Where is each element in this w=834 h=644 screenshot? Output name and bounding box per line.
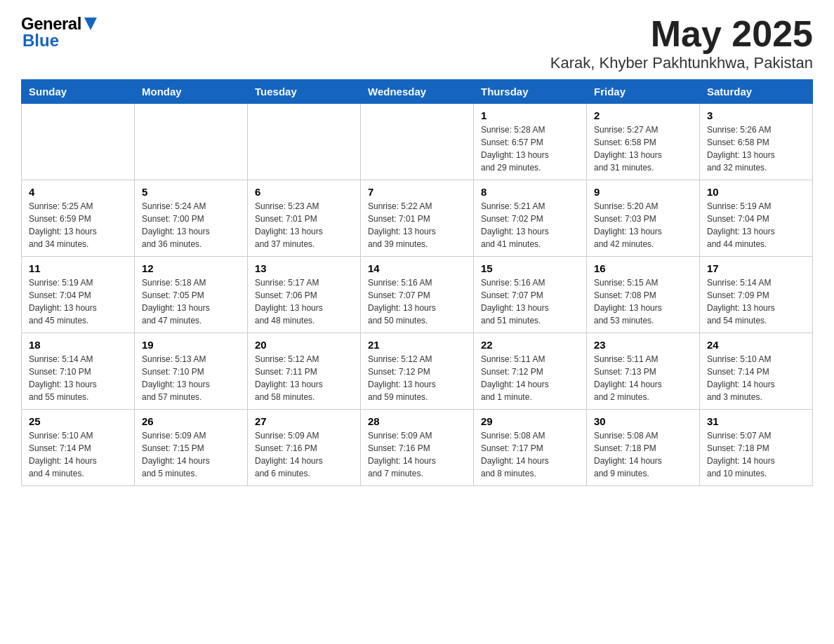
calendar-cell — [22, 104, 135, 180]
day-number: 13 — [255, 262, 353, 274]
logo-triangle-icon — [84, 18, 97, 30]
calendar-week-row: 25Sunrise: 5:10 AM Sunset: 7:14 PM Dayli… — [22, 410, 813, 486]
column-header-tuesday: Tuesday — [248, 80, 361, 104]
calendar-cell: 8Sunrise: 5:21 AM Sunset: 7:02 PM Daylig… — [474, 180, 587, 257]
calendar-cell: 23Sunrise: 5:11 AM Sunset: 7:13 PM Dayli… — [587, 333, 700, 410]
day-number: 28 — [368, 415, 466, 427]
day-number: 8 — [481, 186, 579, 198]
day-info: Sunrise: 5:24 AM Sunset: 7:00 PM Dayligh… — [142, 200, 240, 250]
day-number: 17 — [707, 262, 805, 274]
calendar-week-row: 11Sunrise: 5:19 AM Sunset: 7:04 PM Dayli… — [22, 257, 813, 333]
calendar-cell: 27Sunrise: 5:09 AM Sunset: 7:16 PM Dayli… — [248, 410, 361, 486]
day-info: Sunrise: 5:10 AM Sunset: 7:14 PM Dayligh… — [29, 429, 127, 480]
day-info: Sunrise: 5:13 AM Sunset: 7:10 PM Dayligh… — [142, 353, 240, 403]
calendar-cell: 12Sunrise: 5:18 AM Sunset: 7:05 PM Dayli… — [135, 257, 248, 333]
calendar-cell: 10Sunrise: 5:19 AM Sunset: 7:04 PM Dayli… — [700, 180, 813, 257]
calendar-week-row: 18Sunrise: 5:14 AM Sunset: 7:10 PM Dayli… — [22, 333, 813, 410]
day-info: Sunrise: 5:18 AM Sunset: 7:05 PM Dayligh… — [142, 276, 240, 327]
calendar-cell: 25Sunrise: 5:10 AM Sunset: 7:14 PM Dayli… — [22, 410, 135, 486]
calendar-cell: 14Sunrise: 5:16 AM Sunset: 7:07 PM Dayli… — [361, 257, 474, 333]
calendar-cell: 17Sunrise: 5:14 AM Sunset: 7:09 PM Dayli… — [700, 257, 813, 333]
calendar-week-row: 4Sunrise: 5:25 AM Sunset: 6:59 PM Daylig… — [22, 180, 813, 257]
day-number: 10 — [707, 186, 805, 198]
day-number: 31 — [707, 415, 805, 427]
calendar-subtitle: Karak, Khyber Pakhtunkhwa, Pakistan — [550, 54, 813, 72]
column-header-friday: Friday — [587, 80, 700, 104]
calendar-cell: 30Sunrise: 5:08 AM Sunset: 7:18 PM Dayli… — [587, 410, 700, 486]
calendar-cell: 21Sunrise: 5:12 AM Sunset: 7:12 PM Dayli… — [361, 333, 474, 410]
day-info: Sunrise: 5:23 AM Sunset: 7:01 PM Dayligh… — [255, 200, 353, 250]
day-info: Sunrise: 5:19 AM Sunset: 7:04 PM Dayligh… — [707, 200, 805, 250]
day-info: Sunrise: 5:10 AM Sunset: 7:14 PM Dayligh… — [707, 353, 805, 403]
day-info: Sunrise: 5:27 AM Sunset: 6:58 PM Dayligh… — [594, 123, 692, 174]
calendar-cell: 11Sunrise: 5:19 AM Sunset: 7:04 PM Dayli… — [22, 257, 135, 333]
day-info: Sunrise: 5:26 AM Sunset: 6:58 PM Dayligh… — [707, 123, 805, 174]
column-header-wednesday: Wednesday — [361, 80, 474, 104]
logo-blue-text: Blue — [22, 31, 59, 51]
calendar-cell — [135, 104, 248, 180]
calendar-cell: 9Sunrise: 5:20 AM Sunset: 7:03 PM Daylig… — [587, 180, 700, 257]
calendar-cell: 4Sunrise: 5:25 AM Sunset: 6:59 PM Daylig… — [22, 180, 135, 257]
day-info: Sunrise: 5:21 AM Sunset: 7:02 PM Dayligh… — [481, 200, 579, 250]
day-number: 5 — [142, 186, 240, 198]
day-info: Sunrise: 5:08 AM Sunset: 7:17 PM Dayligh… — [481, 429, 579, 480]
day-info: Sunrise: 5:12 AM Sunset: 7:11 PM Dayligh… — [255, 353, 353, 403]
calendar-header-row: SundayMondayTuesdayWednesdayThursdayFrid… — [22, 80, 813, 104]
day-info: Sunrise: 5:16 AM Sunset: 7:07 PM Dayligh… — [368, 276, 466, 327]
calendar-cell: 6Sunrise: 5:23 AM Sunset: 7:01 PM Daylig… — [248, 180, 361, 257]
calendar-cell: 26Sunrise: 5:09 AM Sunset: 7:15 PM Dayli… — [135, 410, 248, 486]
day-number: 1 — [481, 109, 579, 121]
day-number: 11 — [29, 262, 127, 274]
calendar-cell: 16Sunrise: 5:15 AM Sunset: 7:08 PM Dayli… — [587, 257, 700, 333]
calendar-cell: 31Sunrise: 5:07 AM Sunset: 7:18 PM Dayli… — [700, 410, 813, 486]
day-number: 23 — [594, 339, 692, 351]
calendar-cell — [361, 104, 474, 180]
day-number: 26 — [142, 415, 240, 427]
column-header-saturday: Saturday — [700, 80, 813, 104]
day-info: Sunrise: 5:28 AM Sunset: 6:57 PM Dayligh… — [481, 123, 579, 174]
logo: General Blue — [21, 14, 97, 51]
day-number: 7 — [368, 186, 466, 198]
calendar-cell: 2Sunrise: 5:27 AM Sunset: 6:58 PM Daylig… — [587, 104, 700, 180]
day-info: Sunrise: 5:20 AM Sunset: 7:03 PM Dayligh… — [594, 200, 692, 250]
day-number: 2 — [594, 109, 692, 121]
day-number: 16 — [594, 262, 692, 274]
day-number: 19 — [142, 339, 240, 351]
day-info: Sunrise: 5:09 AM Sunset: 7:16 PM Dayligh… — [255, 429, 353, 480]
calendar-cell: 3Sunrise: 5:26 AM Sunset: 6:58 PM Daylig… — [700, 104, 813, 180]
calendar-cell: 13Sunrise: 5:17 AM Sunset: 7:06 PM Dayli… — [248, 257, 361, 333]
day-number: 22 — [481, 339, 579, 351]
day-number: 24 — [707, 339, 805, 351]
svg-marker-0 — [84, 18, 97, 30]
calendar-table: SundayMondayTuesdayWednesdayThursdayFrid… — [21, 79, 813, 486]
calendar-cell — [248, 104, 361, 180]
day-info: Sunrise: 5:22 AM Sunset: 7:01 PM Dayligh… — [368, 200, 466, 250]
calendar-cell: 20Sunrise: 5:12 AM Sunset: 7:11 PM Dayli… — [248, 333, 361, 410]
calendar-cell: 28Sunrise: 5:09 AM Sunset: 7:16 PM Dayli… — [361, 410, 474, 486]
calendar-cell: 19Sunrise: 5:13 AM Sunset: 7:10 PM Dayli… — [135, 333, 248, 410]
day-number: 25 — [29, 415, 127, 427]
page-header: General Blue May 2025 Karak, Khyber Pakh… — [21, 14, 813, 72]
day-info: Sunrise: 5:08 AM Sunset: 7:18 PM Dayligh… — [594, 429, 692, 480]
day-number: 9 — [594, 186, 692, 198]
calendar-cell: 22Sunrise: 5:11 AM Sunset: 7:12 PM Dayli… — [474, 333, 587, 410]
day-number: 12 — [142, 262, 240, 274]
day-info: Sunrise: 5:14 AM Sunset: 7:09 PM Dayligh… — [707, 276, 805, 327]
day-info: Sunrise: 5:14 AM Sunset: 7:10 PM Dayligh… — [29, 353, 127, 403]
calendar-cell: 7Sunrise: 5:22 AM Sunset: 7:01 PM Daylig… — [361, 180, 474, 257]
calendar-cell: 5Sunrise: 5:24 AM Sunset: 7:00 PM Daylig… — [135, 180, 248, 257]
day-info: Sunrise: 5:11 AM Sunset: 7:12 PM Dayligh… — [481, 353, 579, 403]
calendar-cell: 1Sunrise: 5:28 AM Sunset: 6:57 PM Daylig… — [474, 104, 587, 180]
title-block: May 2025 Karak, Khyber Pakhtunkhwa, Paki… — [550, 14, 813, 72]
day-info: Sunrise: 5:09 AM Sunset: 7:16 PM Dayligh… — [368, 429, 466, 480]
day-info: Sunrise: 5:16 AM Sunset: 7:07 PM Dayligh… — [481, 276, 579, 327]
day-number: 15 — [481, 262, 579, 274]
day-number: 30 — [594, 415, 692, 427]
day-info: Sunrise: 5:11 AM Sunset: 7:13 PM Dayligh… — [594, 353, 692, 403]
day-number: 4 — [29, 186, 127, 198]
calendar-cell: 29Sunrise: 5:08 AM Sunset: 7:17 PM Dayli… — [474, 410, 587, 486]
column-header-monday: Monday — [135, 80, 248, 104]
day-number: 14 — [368, 262, 466, 274]
day-info: Sunrise: 5:19 AM Sunset: 7:04 PM Dayligh… — [29, 276, 127, 327]
day-number: 29 — [481, 415, 579, 427]
